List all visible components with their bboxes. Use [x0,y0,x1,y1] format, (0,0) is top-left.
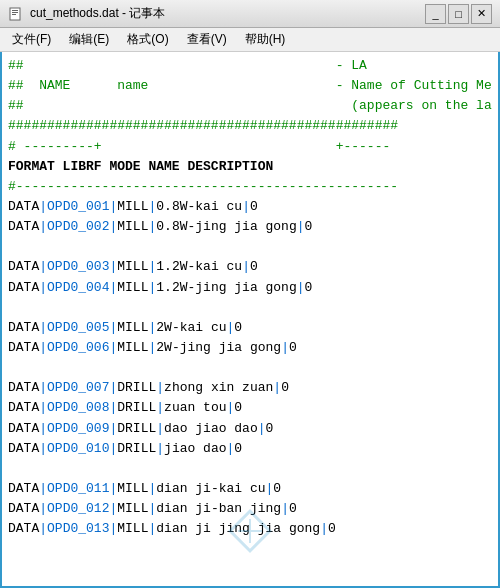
text-line: # ---------+ +------ [8,137,492,157]
svg-rect-3 [12,14,16,15]
title-bar-text: cut_methods.dat - 记事本 [30,5,425,22]
text-line: DATA|OPD0_007|DRILL|zhong xin zuan|0 [8,378,492,398]
text-line: DATA|OPD0_010|DRILL|jiao dao|0 [8,439,492,459]
text-line: DATA|OPD0_003|MILL|1.2W-kai cu|0 [8,257,492,277]
text-line [8,298,492,318]
notepad-icon [8,6,24,22]
text-line: ## (appears on the la [8,96,492,116]
text-line: DATA|OPD0_012|MILL|dian ji-ban jing|0 [8,499,492,519]
svg-rect-1 [12,10,18,11]
svg-rect-2 [12,12,18,13]
menu-help[interactable]: 帮助(H) [237,29,294,50]
minimize-button[interactable]: _ [425,4,446,24]
text-line: ## - LA [8,56,492,76]
title-bar-controls: _ □ ✕ [425,4,492,24]
text-line [8,459,492,479]
text-line: DATA|OPD0_006|MILL|2W-jing jia gong|0 [8,338,492,358]
text-line: DATA|OPD0_002|MILL|0.8W-jing jia gong|0 [8,217,492,237]
menu-file[interactable]: 文件(F) [4,29,59,50]
text-line: DATA|OPD0_011|MILL|dian ji-kai cu|0 [8,479,492,499]
text-line: ########################################… [8,116,492,136]
title-bar: cut_methods.dat - 记事本 _ □ ✕ [0,0,500,28]
text-line [8,358,492,378]
text-line: DATA|OPD0_001|MILL|0.8W-kai cu|0 [8,197,492,217]
text-line [8,237,492,257]
text-line: #---------------------------------------… [8,177,492,197]
menu-view[interactable]: 查看(V) [179,29,235,50]
text-line: DATA|OPD0_004|MILL|1.2W-jing jia gong|0 [8,278,492,298]
text-line: DATA|OPD0_008|DRILL|zuan tou|0 [8,398,492,418]
text-line: DATA|OPD0_009|DRILL|dao jiao dao|0 [8,419,492,439]
maximize-button[interactable]: □ [448,4,469,24]
text-line: ## NAME name - Name of Cutting Me [8,76,492,96]
close-button[interactable]: ✕ [471,4,492,24]
menu-format[interactable]: 格式(O) [119,29,176,50]
menu-bar: 文件(F) 编辑(E) 格式(O) 查看(V) 帮助(H) [0,28,500,52]
text-line: DATA|OPD0_013|MILL|dian ji jing jia gong… [8,519,492,539]
text-line: FORMAT LIBRF MODE NAME DESCRIPTION [8,157,492,177]
content-area[interactable]: ## - LA## NAME name - Name of Cutting Me… [0,52,500,588]
menu-edit[interactable]: 编辑(E) [61,29,117,50]
text-line: DATA|OPD0_005|MILL|2W-kai cu|0 [8,318,492,338]
